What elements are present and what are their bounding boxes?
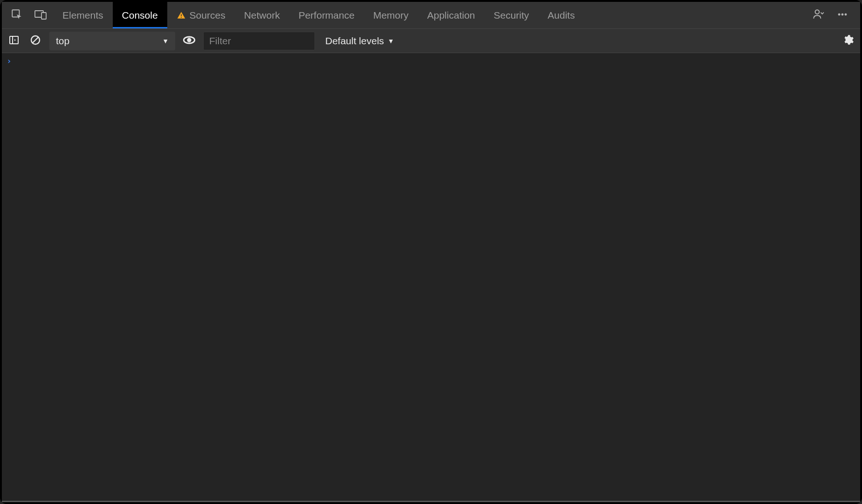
chevron-down-icon: ▼: [162, 37, 169, 45]
console-toolbar: top ▼ Default levels ▼: [2, 29, 860, 53]
window-bottom-border: [2, 501, 860, 502]
svg-rect-3: [181, 14, 182, 16]
tab-label: Elements: [62, 10, 103, 21]
tab-label: Performance: [299, 10, 355, 21]
tab-label: Console: [122, 10, 158, 21]
tab-label: Network: [244, 10, 280, 21]
tab-console[interactable]: Console: [113, 2, 167, 28]
tab-label: Sources: [190, 10, 226, 21]
more-icon: [837, 9, 848, 22]
toggle-device-toolbar-button[interactable]: [29, 2, 53, 28]
log-levels-select[interactable]: Default levels ▼: [322, 35, 398, 47]
svg-point-7: [841, 14, 843, 15]
inspect-element-button[interactable]: [5, 2, 29, 28]
tab-security[interactable]: Security: [484, 2, 538, 28]
svg-line-12: [33, 37, 38, 43]
svg-rect-9: [10, 36, 18, 44]
tab-audits[interactable]: Audits: [538, 2, 584, 28]
warning-icon: [177, 11, 186, 20]
avatar-icon: [812, 8, 824, 22]
devtools-window: Elements Console Sources Network: [0, 0, 862, 504]
tab-sources[interactable]: Sources: [167, 2, 235, 28]
svg-rect-2: [41, 13, 46, 19]
account-button[interactable]: [806, 8, 830, 22]
console-output-area[interactable]: ›: [2, 53, 860, 501]
tab-application[interactable]: Application: [418, 2, 485, 28]
svg-point-6: [838, 14, 840, 15]
toggle-console-sidebar-button[interactable]: [7, 34, 21, 48]
svg-point-14: [187, 38, 191, 42]
console-prompt-caret: ›: [7, 56, 12, 66]
tab-label: Application: [427, 10, 475, 21]
svg-rect-4: [181, 17, 182, 18]
inspect-icon: [11, 8, 23, 22]
filter-input[interactable]: [203, 32, 315, 50]
device-icon: [34, 9, 48, 22]
tab-label: Security: [493, 10, 529, 21]
clear-icon: [30, 34, 41, 48]
levels-label: Default levels: [325, 35, 384, 47]
create-live-expression-button[interactable]: [182, 34, 197, 48]
sidebar-toggle-icon: [8, 34, 20, 48]
tab-label: Audits: [547, 10, 575, 21]
tab-network[interactable]: Network: [235, 2, 289, 28]
tab-label: Memory: [373, 10, 409, 21]
clear-console-button[interactable]: [28, 34, 43, 48]
main-tabbar: Elements Console Sources Network: [2, 2, 860, 29]
more-options-button[interactable]: [830, 9, 855, 22]
execution-context-select[interactable]: top ▼: [49, 32, 175, 50]
context-value: top: [56, 35, 69, 47]
gear-icon: [842, 34, 854, 48]
svg-point-5: [815, 10, 820, 14]
tab-elements[interactable]: Elements: [53, 2, 113, 28]
tab-memory[interactable]: Memory: [364, 2, 418, 28]
tabbar-right-controls: [806, 2, 857, 28]
console-settings-button[interactable]: [841, 34, 855, 48]
tab-performance[interactable]: Performance: [289, 2, 364, 28]
chevron-down-icon: ▼: [388, 37, 394, 45]
svg-point-8: [845, 14, 847, 15]
tabs-container: Elements Console Sources Network: [53, 2, 806, 28]
live-expression-icon: [183, 34, 196, 48]
